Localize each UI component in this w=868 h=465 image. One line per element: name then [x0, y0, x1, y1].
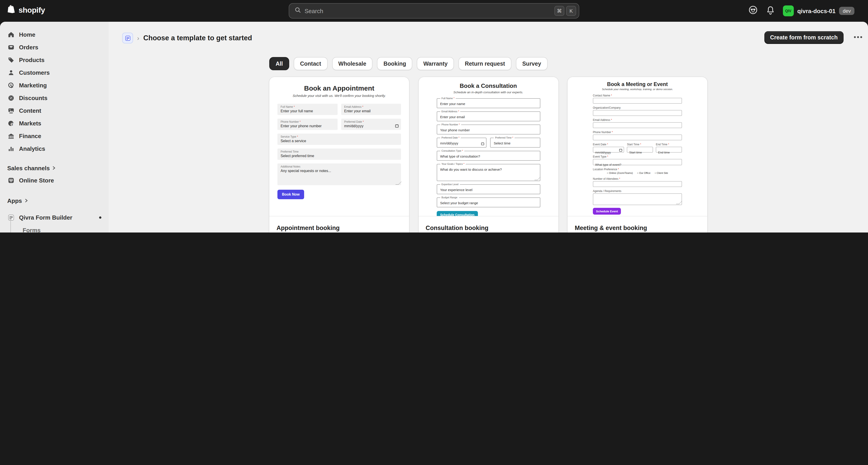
preview-submit-button: Book Now — [277, 190, 304, 199]
sidebar-item-marketing[interactable]: Marketing — [4, 79, 105, 91]
filter-tabs: All Contact Wholesale Booking Warranty R… — [269, 57, 547, 70]
preview-field: Your Goals / Topics *What do you want to… — [436, 164, 540, 181]
sidebar-item-label: Qivra Form Builder — [19, 214, 72, 221]
preview-field: Preferred Date *mm/dd/yyyy — [436, 138, 487, 148]
store-env-badge: dev — [839, 7, 855, 15]
sidebar-item-label: Marketing — [19, 82, 47, 89]
filter-tab-return-request[interactable]: Return request — [459, 57, 512, 70]
preview-field: Location Preference * ○ Online (Zoom/Tea… — [593, 168, 682, 174]
sidebar-item-finance[interactable]: Finance — [4, 129, 105, 142]
filter-tab-warranty[interactable]: Warranty — [417, 57, 454, 70]
filter-tab-contact[interactable]: Contact — [294, 57, 328, 70]
preview-field: Number of Attendees * — [593, 177, 682, 187]
sales-channels-label: Sales channels — [7, 165, 50, 171]
app-window: shopify Search ⌘ K QIV qivra-docs-01 dev — [0, 0, 868, 233]
sidebar-section-sales-channels[interactable]: Sales channels — [4, 162, 105, 174]
home-icon — [7, 31, 15, 38]
calendar-icon — [395, 124, 399, 128]
radio-option: ○ Our Office — [637, 172, 651, 174]
preview-field: Full Name *Enter your name — [436, 98, 540, 108]
preview-field: Organization/Company — [593, 107, 682, 116]
template-preview-meeting-event[interactable]: Book a Meeting or Event Schedule your me… — [567, 77, 707, 216]
main-content: › Choose a template to get started Creat… — [108, 22, 868, 233]
apps-label: Apps — [7, 197, 22, 204]
filter-tab-survey[interactable]: Survey — [516, 57, 547, 70]
qivra-app-icon-header — [122, 33, 133, 43]
calendar-icon — [481, 142, 484, 145]
preview-field: Additional NotesAny special requests or … — [277, 164, 401, 185]
calendar-icon — [619, 148, 622, 152]
chevron-right-icon — [52, 166, 56, 170]
preview-field: Phone Number *Your phone number — [436, 124, 540, 135]
sidebar-item-label: Content — [19, 107, 41, 114]
content-frame: Home Orders Products Customers Marketing — [0, 22, 868, 233]
preview-field: Consultation Type *What type of consulta… — [436, 151, 540, 161]
preview-submit-button: Schedule Event — [593, 208, 621, 214]
preview-field: Budget RangeSelect your budget range — [436, 197, 540, 207]
storefront-icon — [7, 177, 15, 183]
preview-field: Event Type *What type of event? — [593, 155, 682, 165]
sidebar-item-online-store[interactable]: Online Store — [4, 174, 105, 186]
preview-field: Event Date * mm/dd/yyyy — [593, 143, 624, 153]
sidebar-item-label: Analytics — [19, 145, 45, 152]
breadcrumb-chevron-icon: › — [137, 34, 139, 42]
preview-field: Email Address * — [593, 119, 682, 128]
chevron-right-icon — [24, 199, 28, 202]
sidebar-item-label: Orders — [19, 44, 38, 51]
sidebar-item-label: Markets — [19, 120, 41, 126]
search-icon — [294, 7, 301, 15]
preview-field: Service Type *Select a service — [277, 134, 401, 145]
sidebar-item-label: Forms — [23, 227, 40, 233]
create-form-from-scratch-button[interactable]: Create form from scratch — [764, 31, 843, 44]
sidebar-item-qivra-app[interactable]: Qivra Form Builder — [4, 211, 105, 224]
admin-avatar-icon[interactable] — [748, 5, 758, 17]
sidebar-item-analytics[interactable]: Analytics — [4, 142, 105, 155]
template-card-consultation: Book a Consultation Schedule an in-depth… — [418, 77, 558, 233]
preview-field: End Time *End time — [656, 143, 682, 153]
breadcrumb: › Choose a template to get started — [122, 33, 252, 43]
preview-form-title: Book a Meeting or Event — [576, 82, 699, 87]
search-placeholder: Search — [305, 7, 553, 14]
notifications-bell-icon[interactable] — [766, 5, 775, 17]
sidebar-item-content[interactable]: Content — [4, 104, 105, 117]
preview-field: Preferred Date *mm/dd/yyyy — [341, 119, 401, 130]
sidebar-item-label: Online Store — [19, 177, 54, 183]
template-name: Meeting & event booking — [575, 225, 700, 231]
sidebar-item-forms[interactable]: Forms — [4, 224, 105, 233]
template-card-appointment: Book an Appointment Schedule your visit … — [269, 77, 409, 233]
sidebar-item-label: Discounts — [19, 94, 48, 101]
media-icon — [7, 107, 15, 114]
preview-field: Expertise LevelYour experience level — [436, 184, 540, 194]
template-preview-appointment[interactable]: Book an Appointment Schedule your visit … — [269, 77, 409, 216]
template-preview-consultation[interactable]: Book a Consultation Schedule an in-depth… — [418, 77, 558, 216]
filter-tab-booking[interactable]: Booking — [377, 57, 412, 70]
preview-field: Start Time *Start time — [627, 143, 653, 153]
shopify-bag-icon — [7, 4, 16, 16]
more-actions-icon[interactable] — [857, 36, 859, 38]
target-icon — [7, 82, 15, 89]
filter-tab-wholesale[interactable]: Wholesale — [332, 57, 373, 70]
create-button-label: Create form from scratch — [770, 34, 838, 41]
person-icon — [7, 69, 15, 76]
preview-form-title: Book an Appointment — [277, 84, 401, 92]
preview-field: Email Address *Enter your email — [436, 111, 540, 121]
search-input[interactable]: Search ⌘ K — [289, 3, 579, 19]
store-avatar: QIV — [783, 5, 794, 16]
sidebar-section-apps[interactable]: Apps — [4, 195, 105, 206]
sidebar-item-customers[interactable]: Customers — [4, 66, 105, 79]
sidebar-item-home[interactable]: Home — [4, 28, 105, 41]
store-menu[interactable]: QIV qivra-docs-01 dev — [783, 5, 855, 16]
orders-icon — [7, 44, 15, 51]
sidebar-item-discounts[interactable]: Discounts — [4, 91, 105, 104]
preview-form-title: Book a Consultation — [427, 82, 550, 89]
radio-option: ○ Online (Zoom/Teams) — [607, 172, 633, 174]
shopify-logo[interactable]: shopify — [7, 4, 45, 16]
sidebar-item-products[interactable]: Products — [4, 53, 105, 66]
filter-tab-all[interactable]: All — [269, 57, 289, 70]
preview-field: Preferred Time *Select time — [490, 138, 540, 148]
sidebar-item-orders[interactable]: Orders — [4, 41, 105, 53]
discount-badge-icon — [7, 94, 15, 101]
topbar: shopify Search ⌘ K QIV qivra-docs-01 dev — [0, 0, 868, 22]
bar-chart-icon — [7, 145, 15, 152]
sidebar-item-markets[interactable]: $ Markets — [4, 117, 105, 129]
